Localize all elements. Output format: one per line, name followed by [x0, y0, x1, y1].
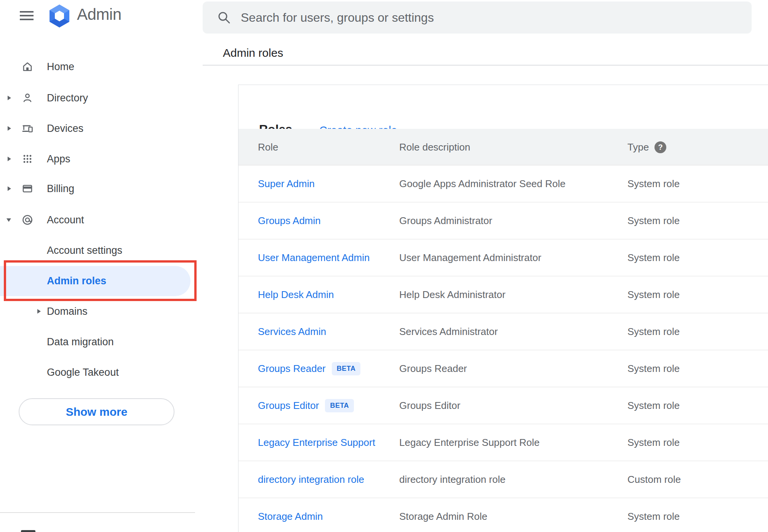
- column-header-description: Role description: [399, 129, 470, 165]
- apps-grid-icon: [21, 153, 34, 165]
- role-description: Legacy Enterprise Support Role: [399, 424, 540, 461]
- app-title: Admin: [77, 4, 122, 25]
- role-link[interactable]: Groups Editor: [258, 400, 319, 412]
- sidebar-footer-divider: [0, 512, 195, 513]
- sidebar-item-directory[interactable]: Directory: [0, 89, 201, 107]
- sidebar-item-label: Data migration: [47, 333, 114, 351]
- roles-card: Roles Create new role Role Role descript…: [238, 85, 768, 532]
- expand-caret-icon[interactable]: [8, 157, 11, 161]
- partial-bottom-icon: [21, 530, 35, 532]
- table-row: Groups Admin Groups Administrator System…: [238, 202, 768, 239]
- sidebar-item-label: Account: [47, 211, 84, 229]
- role-description: Help Desk Administrator: [399, 276, 506, 313]
- table-row: Legacy Enterprise Support Legacy Enterpr…: [238, 424, 768, 461]
- role-link[interactable]: Legacy Enterprise Support: [258, 437, 375, 449]
- sidebar-item-google-takeout[interactable]: Google Takeout: [0, 363, 201, 381]
- table-row: Services Admin Services Administrator Sy…: [238, 313, 768, 350]
- sidebar-item-label: Home: [47, 58, 74, 76]
- role-description: Groups Administrator: [399, 202, 492, 239]
- role-type: System role: [627, 276, 680, 313]
- role-link[interactable]: Storage Admin: [258, 511, 323, 522]
- admin-logo-icon: [48, 4, 71, 28]
- role-description: Groups Editor: [399, 387, 460, 424]
- sidebar-item-devices[interactable]: Devices: [0, 119, 201, 138]
- role-type: System role: [627, 387, 680, 424]
- sidebar-item-domains[interactable]: Domains: [0, 302, 201, 320]
- role-type: System role: [627, 424, 680, 461]
- role-link[interactable]: Super Admin: [258, 178, 315, 190]
- role-type: System role: [627, 498, 680, 532]
- devices-icon: [21, 122, 34, 135]
- sidebar-item-label: Admin roles: [47, 266, 106, 296]
- role-description: Services Administrator: [399, 313, 498, 350]
- table-row: Super Admin Google Apps Administrator Se…: [238, 165, 768, 202]
- role-description: Storage Admin Role: [399, 498, 487, 532]
- role-type: System role: [627, 165, 680, 202]
- role-type: System role: [627, 350, 680, 387]
- role-type: Custom role: [627, 461, 681, 498]
- sidebar-item-data-migration[interactable]: Data migration: [0, 333, 201, 351]
- sidebar-item-label: Billing: [47, 179, 74, 198]
- sidebar-item-home[interactable]: Home: [0, 58, 201, 76]
- search-icon: [216, 10, 232, 25]
- role-description: Groups Reader: [399, 350, 467, 387]
- column-header-role: Role: [258, 129, 278, 165]
- collapse-caret-icon[interactable]: [6, 218, 11, 222]
- sidebar-item-label: Directory: [47, 89, 88, 107]
- sidebar-item-apps[interactable]: Apps: [0, 150, 201, 168]
- table-row: Groups Reader BETA Groups Reader System …: [238, 350, 768, 387]
- credit-card-icon: [21, 183, 34, 195]
- role-link[interactable]: Services Admin: [258, 326, 326, 338]
- show-more-button[interactable]: Show more: [19, 398, 174, 425]
- role-link[interactable]: Groups Admin: [258, 215, 321, 227]
- sidebar-item-label: Devices: [47, 119, 83, 138]
- table-header-row: Role Role description Type ?: [238, 129, 768, 165]
- role-link[interactable]: Groups Reader: [258, 363, 326, 375]
- beta-badge: BETA: [332, 362, 361, 375]
- beta-badge: BETA: [325, 399, 354, 412]
- role-type: System role: [627, 239, 680, 276]
- sidebar-item-label: Account settings: [47, 241, 122, 260]
- role-link[interactable]: Help Desk Admin: [258, 289, 334, 301]
- search-bar[interactable]: [203, 2, 752, 34]
- table-row: Groups Editor BETA Groups Editor System …: [238, 387, 768, 424]
- role-type: System role: [627, 202, 680, 239]
- admin-console: Admin Home Directory Devices: [0, 0, 768, 532]
- expand-caret-icon[interactable]: [8, 186, 11, 191]
- home-icon: [21, 61, 34, 73]
- menu-hamburger-icon[interactable]: [20, 11, 34, 20]
- sidebar-item-account[interactable]: Account: [0, 211, 201, 229]
- sidebar-item-account-settings[interactable]: Account settings: [0, 241, 201, 260]
- column-header-type: Type: [627, 129, 649, 165]
- table-row: directory integration role directory int…: [238, 461, 768, 498]
- help-icon[interactable]: ?: [654, 141, 666, 153]
- at-sign-icon: [21, 214, 34, 226]
- breadcrumb-divider: [203, 65, 768, 66]
- sidebar-item-label: Apps: [47, 150, 70, 168]
- table-row: User Management Admin User Management Ad…: [238, 239, 768, 276]
- role-description: directory integration role: [399, 461, 506, 498]
- sidebar-item-label: Google Takeout: [47, 363, 119, 381]
- sidebar-item-label: Domains: [47, 302, 88, 320]
- table-row: Storage Admin Storage Admin Role System …: [238, 498, 768, 532]
- sidebar-item-billing[interactable]: Billing: [0, 179, 201, 198]
- role-description: Google Apps Administrator Seed Role: [399, 165, 565, 202]
- role-link[interactable]: directory integration role: [258, 474, 364, 486]
- expand-caret-icon[interactable]: [8, 126, 11, 131]
- expand-caret-icon[interactable]: [37, 309, 41, 314]
- sidebar-item-admin-roles[interactable]: Admin roles: [0, 266, 190, 296]
- breadcrumb: Admin roles: [223, 46, 283, 59]
- search-input[interactable]: [241, 11, 752, 25]
- table-row: Help Desk Admin Help Desk Administrator …: [238, 276, 768, 313]
- role-link[interactable]: User Management Admin: [258, 252, 370, 264]
- person-icon: [21, 92, 34, 104]
- role-type: System role: [627, 313, 680, 350]
- role-description: User Management Administrator: [399, 239, 541, 276]
- expand-caret-icon[interactable]: [8, 96, 11, 100]
